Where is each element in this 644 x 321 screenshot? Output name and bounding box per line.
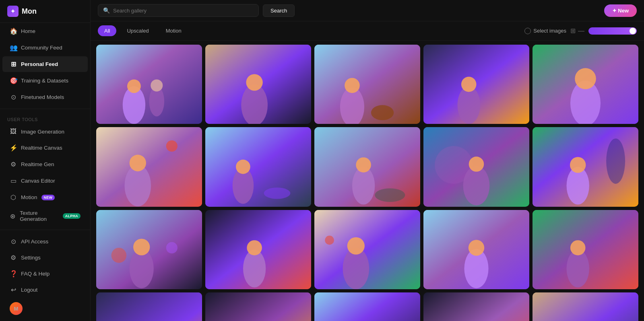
avatar: M (10, 302, 23, 315)
search-button[interactable]: Search (263, 4, 295, 17)
home-icon: 🏠 (10, 27, 17, 35)
zoom-slider[interactable] (588, 27, 637, 35)
sidebar-item-finetuned[interactable]: ⊙ Finetuned Models (2, 89, 88, 105)
gallery-item[interactable] (96, 127, 202, 206)
gallery-item[interactable] (423, 127, 529, 206)
sidebar-label-community: Community Feed (21, 45, 62, 51)
search-icon: 🔍 (103, 7, 110, 14)
gallery-item[interactable] (205, 127, 311, 206)
section-label-tools: User Tools (0, 112, 90, 123)
texture-badge: Alpha (63, 213, 80, 219)
api-icon: ⊙ (10, 238, 17, 245)
sidebar-item-api[interactable]: ⊙ API Access (2, 234, 88, 249)
sidebar-item-logout[interactable]: ↩ Logout (2, 282, 88, 298)
finetuned-icon: ⊙ (10, 93, 17, 101)
grid-view-icon[interactable]: ⊞ (570, 27, 576, 35)
sidebar-bottom: ⊙ API Access ⚙ Settings ❓ FAQ & Help ↩ L… (0, 233, 90, 321)
main-content: 🔍 Search ✦ New All Upscaled Motion Selec… (91, 0, 644, 321)
topbar: 🔍 Search ✦ New (91, 0, 644, 21)
sidebar-label-settings: Settings (21, 255, 41, 261)
sidebar-item-faq[interactable]: ❓ FAQ & Help (2, 266, 88, 282)
gallery-item[interactable] (533, 210, 638, 289)
faq-icon: ❓ (10, 270, 17, 278)
sidebar-item-home[interactable]: 🏠 Home (2, 23, 88, 39)
view-icons: ⊞ — (570, 27, 584, 35)
gallery-item[interactable] (533, 127, 638, 206)
gallery-item[interactable] (205, 210, 311, 289)
select-images-toggle[interactable]: Select images (524, 28, 566, 34)
search-container: 🔍 (98, 4, 259, 17)
logo-icon: ✦ (7, 6, 19, 17)
list-view-icon[interactable]: — (578, 27, 584, 35)
gallery-item[interactable] (314, 292, 420, 321)
sidebar-item-settings[interactable]: ⚙ Settings (2, 250, 88, 265)
sidebar-label-realtime-canvas: Realtime Canvas (21, 145, 62, 151)
gallery-item[interactable] (205, 45, 311, 124)
gallery-item[interactable] (314, 127, 420, 206)
divider-1 (0, 109, 90, 109)
realtime-canvas-icon: ⚡ (10, 144, 17, 152)
motion-icon: ⬡ (10, 193, 17, 201)
sidebar-label-realtime-gen: Realtime Gen (21, 161, 54, 167)
gallery-item[interactable] (314, 210, 420, 289)
sidebar-label-home: Home (21, 28, 35, 34)
filter-bar: All Upscaled Motion Select images ⊞ — (91, 21, 644, 41)
sidebar-label-training: Training & Datasets (21, 78, 68, 84)
gallery (91, 41, 644, 321)
settings-icon: ⚙ (10, 254, 17, 261)
user-profile[interactable]: M (2, 298, 88, 319)
logout-icon: ↩ (10, 286, 17, 294)
realtime-gen-icon: ⚙ (10, 160, 17, 168)
sidebar: ✦ Mon 🏠 Home 👥 Community Feed ⊞ Personal… (0, 0, 91, 321)
community-icon: 👥 (10, 44, 17, 51)
gallery-item[interactable] (96, 45, 202, 124)
filter-all[interactable]: All (98, 25, 116, 36)
sidebar-item-training[interactable]: 🎯 Training & Datasets (2, 73, 88, 88)
gallery-item[interactable] (314, 45, 420, 124)
sidebar-item-texture-gen[interactable]: ⊛ Texture Generation Alpha (2, 206, 88, 226)
gallery-item[interactable] (423, 210, 529, 289)
sidebar-item-canvas-editor[interactable]: ▭ Canvas Editor (2, 173, 88, 189)
new-button[interactable]: ✦ New (604, 4, 637, 17)
sidebar-item-realtime-canvas[interactable]: ⚡ Realtime Canvas (2, 140, 88, 156)
sidebar-label-personal: Personal Feed (21, 61, 58, 67)
sidebar-label-faq: FAQ & Help (21, 271, 50, 277)
divider-2 (0, 230, 90, 230)
gallery-item[interactable] (96, 292, 202, 321)
canvas-editor-icon: ▭ (10, 177, 17, 185)
sidebar-item-motion[interactable]: ⬡ Motion New (2, 189, 88, 205)
texture-gen-icon: ⊛ (10, 212, 16, 220)
sidebar-label-canvas-editor: Canvas Editor (21, 178, 55, 184)
training-icon: 🎯 (10, 77, 17, 84)
sidebar-label-motion: Motion (21, 194, 37, 200)
sidebar-item-community[interactable]: 👥 Community Feed (2, 40, 88, 56)
filter-upscaled[interactable]: Upscaled (120, 25, 155, 36)
gallery-item[interactable] (205, 292, 311, 321)
image-gen-icon: 🖼 (10, 128, 17, 135)
filter-motion[interactable]: Motion (159, 25, 188, 36)
sidebar-label-api: API Access (21, 239, 48, 245)
sidebar-logo: ✦ Mon (0, 0, 90, 23)
gallery-grid (96, 45, 638, 321)
search-input[interactable] (113, 8, 254, 14)
gallery-item[interactable] (423, 45, 529, 124)
gallery-item[interactable] (423, 292, 529, 321)
sidebar-label-texture-gen: Texture Generation (20, 210, 59, 222)
motion-badge: New (41, 195, 55, 200)
logo-text: Mon (22, 7, 37, 16)
sidebar-item-personal-feed[interactable]: ⊞ Personal Feed (2, 56, 88, 72)
sidebar-item-realtime-gen[interactable]: ⚙ Realtime Gen (2, 156, 88, 172)
gallery-item[interactable] (533, 45, 638, 124)
gallery-item[interactable] (533, 292, 638, 321)
gallery-item[interactable] (96, 210, 202, 289)
select-circle-icon (524, 28, 531, 34)
slider-thumb (630, 28, 636, 34)
feed-icon: ⊞ (10, 60, 17, 68)
select-images-label: Select images (533, 28, 566, 34)
sidebar-label-image-gen: Image Generation (21, 129, 64, 135)
sidebar-item-image-gen[interactable]: 🖼 Image Generation (2, 124, 88, 139)
sidebar-label-finetuned: Finetuned Models (21, 94, 64, 100)
sidebar-label-logout: Logout (21, 287, 37, 293)
